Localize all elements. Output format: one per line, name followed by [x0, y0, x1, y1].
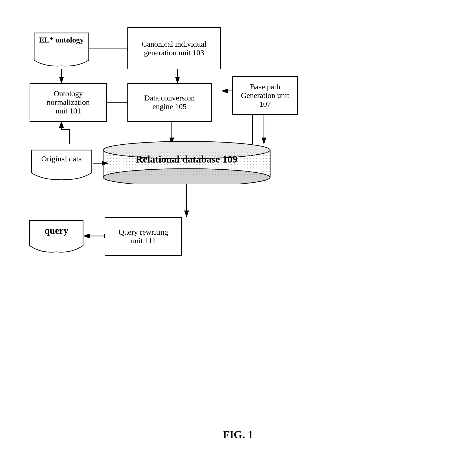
canonical-unit-box: Canonical individualgeneration unit 103 [128, 27, 221, 69]
el-ontology-label: EL⁺ ontology [32, 35, 91, 44]
original-data-label: Original data [29, 155, 94, 163]
canonical-unit-label: Canonical individualgeneration unit 103 [142, 40, 206, 57]
ontology-norm-box: Ontology normalizationunit 101 [30, 83, 107, 122]
relational-db-label: Relational database 109 [102, 154, 271, 165]
data-conversion-box: Data conversionengine 105 [128, 83, 212, 122]
data-conversion-label: Data conversionengine 105 [144, 94, 195, 111]
query-label: query [27, 225, 85, 236]
figure-label: FIG. 1 [223, 428, 253, 441]
original-data-box: Original data [29, 148, 94, 183]
base-path-box: Base pathGeneration unit 107 [232, 76, 298, 115]
el-ontology-box: EL⁺ ontology [32, 31, 91, 69]
relational-db-box: Relational database 109 [102, 141, 271, 184]
query-box: query [27, 218, 85, 256]
query-rewriting-label: Query rewritingunit 111 [119, 228, 168, 245]
ontology-norm-label: Ontology normalizationunit 101 [33, 89, 103, 115]
base-path-label: Base pathGeneration unit 107 [236, 82, 295, 108]
query-rewriting-box: Query rewritingunit 111 [105, 217, 182, 256]
diagram-container: EL⁺ ontology Canonical individualgenerat… [14, 14, 462, 423]
